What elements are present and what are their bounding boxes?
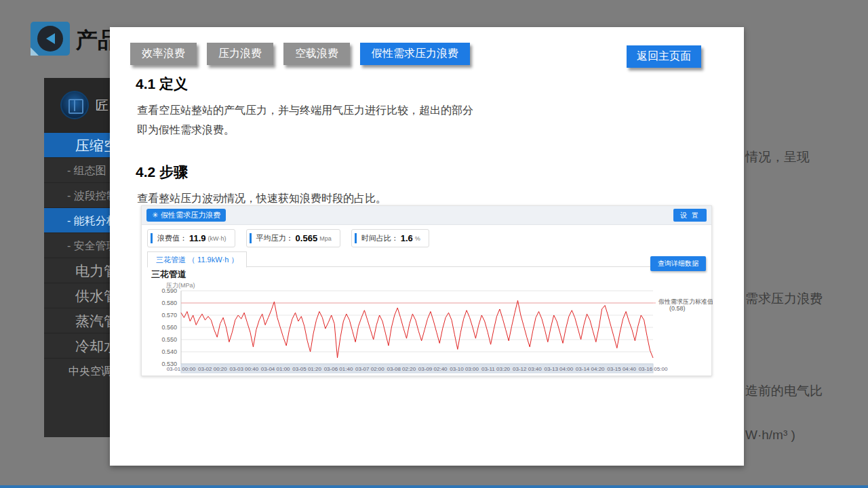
background-fragment-2: 需求压力浪费 [745, 290, 823, 308]
sidebar-logo-row: 匠 [44, 78, 110, 132]
stat-card-avg-pressure: 平均压力： 0.565 Mpa [246, 229, 340, 247]
company-logo-glyph [68, 99, 83, 114]
settings-button[interactable]: 设 置 [673, 209, 707, 222]
background-fragment-4: W·h/m³ ) [745, 428, 795, 443]
sidebar-item-compressed-air[interactable]: 压缩空气 [44, 132, 110, 157]
section-heading-steps: 4.2 步骤 [136, 163, 188, 182]
svg-text:03-14 04:20: 03-14 04:20 [576, 366, 605, 372]
tab-false-demand-pressure-waste[interactable]: 假性需求压力浪费 [360, 43, 470, 65]
section-heading-definition: 4.1 定义 [136, 75, 188, 94]
stat-accent-bar [151, 233, 153, 243]
waste-type-tabs: 效率浪费 压力浪费 空载浪费 假性需求压力浪费 [130, 43, 470, 65]
stat-label: 时间占比： [361, 233, 399, 243]
pipe-tab-row: 三花管道 （ 11.9kW·h ） [147, 251, 706, 267]
sidebar-item-power-mgmt[interactable]: 电力管理 [44, 258, 110, 283]
svg-text:03-11 03:20: 03-11 03:20 [481, 366, 511, 372]
back-arrow-icon [31, 22, 70, 56]
stat-accent-bar [355, 233, 357, 243]
svg-text:0.580: 0.580 [161, 300, 177, 306]
svg-text:03-02 00:20: 03-02 00:20 [198, 366, 227, 372]
svg-text:假性需求压力标准值: 假性需求压力标准值 [658, 298, 713, 305]
svg-text:03-10 03:00: 03-10 03:00 [450, 366, 479, 372]
sidebar-item-cooling-water-mgmt[interactable]: 冷却水管理 [44, 333, 110, 358]
stat-unit: % [415, 235, 420, 242]
svg-text:03-15 04:40: 03-15 04:40 [607, 366, 636, 372]
tab-pressure-waste[interactable]: 压力浪费 [207, 43, 273, 65]
svg-text:03-06 01:40: 03-06 01:40 [324, 366, 353, 372]
stats-row: 浪费值： 11.9 (kW·h) 平均压力： 0.565 Mpa 时间占比： 1… [147, 229, 429, 247]
stat-value: 1.6 [401, 233, 413, 243]
sidebar-item-steam-mgmt[interactable]: 蒸汽管理 [44, 308, 110, 333]
slide-bottom-accent-bar [0, 485, 868, 488]
stat-card-time-ratio: 时间占比： 1.6 % [351, 229, 429, 247]
tab-efficiency-waste[interactable]: 效率浪费 [130, 43, 197, 65]
icon-fold-corner [31, 47, 39, 56]
stat-unit: (kW·h) [208, 235, 226, 242]
tab-sanhua-pipe[interactable]: 三花管道 （ 11.9kW·h ） [147, 251, 247, 268]
icon-triangle [46, 33, 55, 44]
sidebar-item-safety-mgmt[interactable]: - 安全管理 [44, 232, 110, 258]
svg-text:03-12 03:40: 03-12 03:40 [513, 366, 542, 372]
svg-text:03-03 00:40: 03-03 00:40 [229, 366, 258, 372]
svg-text:03-04 01:00: 03-04 01:00 [261, 366, 290, 372]
sidebar-item-energy-analysis[interactable]: - 能耗分析 [44, 207, 110, 232]
content-modal: 效率浪费 压力浪费 空载浪费 假性需求压力浪费 返回主页面 4.1 定义 查看空… [110, 27, 744, 466]
svg-text:0.590: 0.590 [161, 287, 177, 294]
stat-accent-bar [250, 233, 252, 243]
chart-title: 三花管道 [151, 268, 186, 281]
sidebar: 匠 压缩空气 - 组态图 - 波段控制 - 能耗分析 - 安全管理 电力管理 供… [44, 78, 110, 437]
query-detail-data-button[interactable]: 查询详细数据 [650, 256, 706, 271]
svg-text:0.540: 0.540 [161, 348, 177, 355]
return-main-page-button[interactable]: 返回主页面 [627, 45, 701, 68]
svg-text:0.570: 0.570 [161, 312, 177, 319]
sidebar-item-band-control[interactable]: - 波段控制 [44, 182, 110, 207]
svg-text:03-05 01:20: 03-05 01:20 [292, 366, 321, 372]
sidebar-item-water-supply-mgmt[interactable]: 供水管理 [44, 283, 110, 308]
sidebar-item-hvac-mgmt[interactable]: 中央空调管理 [44, 358, 110, 383]
stat-value: 11.9 [189, 233, 206, 243]
svg-text:0.560: 0.560 [161, 324, 177, 331]
svg-text:03-09 02:40: 03-09 02:40 [418, 366, 448, 372]
svg-text:03-01 00:00: 03-01 00:00 [167, 366, 196, 372]
dashboard-header: ✳ 假性需求压力浪费 设 置 [142, 206, 711, 225]
stat-label: 浪费值： [157, 233, 187, 243]
embedded-dashboard: ✳ 假性需求压力浪费 设 置 浪费值： 11.9 (kW·h) 平均压力： 0.… [141, 205, 712, 376]
svg-text:0.550: 0.550 [161, 336, 177, 343]
badge-gear-icon: ✳ [152, 211, 158, 220]
stat-value: 0.565 [296, 233, 318, 243]
stat-card-waste-value: 浪费值： 11.9 (kW·h) [147, 229, 235, 247]
stat-label: 平均压力： [256, 233, 294, 243]
background-fragment-1: 情况，呈现 [745, 148, 810, 166]
dashboard-title-badge-label: 假性需求压力浪费 [161, 210, 220, 220]
svg-text:03-13 04:00: 03-13 04:00 [544, 366, 573, 372]
background-fragment-3: 造前的电气比 [745, 382, 823, 400]
sidebar-logo-label: 匠 [96, 97, 108, 115]
pressure-line-chart[interactable]: 0.5900.5800.5700.5600.5500.5400.530假性需求压… [142, 287, 713, 374]
stat-unit: Mpa [319, 235, 332, 242]
svg-text:03-07 02:00: 03-07 02:00 [355, 366, 384, 372]
slide-stage: 情况，呈现 需求压力浪费 造前的电气比 W·h/m³ ) 产品 匠 压缩空气 -… [0, 0, 868, 488]
svg-text:03-16 05:00: 03-16 05:00 [639, 366, 668, 372]
tab-idle-waste[interactable]: 空载浪费 [283, 43, 350, 65]
section-body-definition: 查看空压站整站的产气压力，并与终端用气压力进行比较，超出的部分 即为假性需求浪费… [137, 100, 473, 140]
svg-text:(0.58): (0.58) [669, 305, 686, 312]
dashboard-title-badge: ✳ 假性需求压力浪费 [146, 209, 226, 222]
sidebar-item-config-diagram[interactable]: - 组态图 [44, 157, 110, 182]
svg-text:03-08 02:20: 03-08 02:20 [387, 366, 416, 372]
